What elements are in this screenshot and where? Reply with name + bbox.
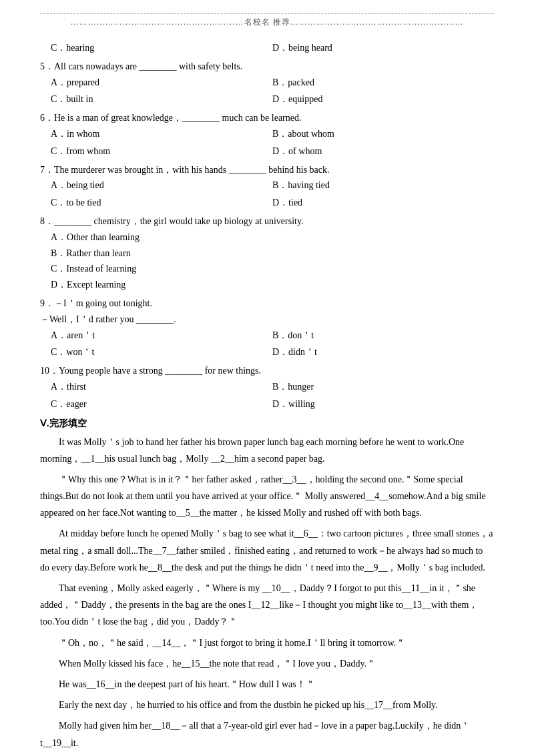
- question-10: 10．Young people have a strong ________ f…: [40, 363, 494, 412]
- paragraph-9: Molly had given him her__18__－all that a…: [40, 717, 494, 751]
- paragraph-3: At midday before lunch he opened Molly＇s…: [40, 525, 494, 576]
- question-9: 9．－I＇m going out tonight. －Well，I＇d rath…: [40, 296, 494, 360]
- q7-option-b: B．having tied: [272, 177, 494, 194]
- paragraph-4: That evening，Molly asked eagerly，＂Where …: [40, 580, 494, 631]
- q8-option-d: D．Except learning: [51, 277, 505, 293]
- question-5: 5．All cars nowadays are ________ with sa…: [40, 59, 494, 107]
- q9-option-d: D．didn＇t: [272, 344, 494, 360]
- q7-option-c: C．to be tied: [51, 195, 272, 211]
- q5-option-c: C．built in: [51, 91, 272, 107]
- q7-option-d: D．tied: [272, 195, 494, 211]
- q6-option-d: D．of whom: [272, 143, 494, 159]
- q5-option-a: A．prepared: [51, 75, 272, 91]
- question-8: 8．________ chemistry，the girl would take…: [40, 214, 494, 293]
- q6-option-b: B．about whom: [272, 126, 494, 142]
- header-line: ……………………………………………………名校名 推荐………………………………………: [40, 13, 494, 28]
- option-d: D．being heard: [272, 40, 494, 56]
- q6-option-c: C．from whom: [51, 143, 272, 159]
- question-cd: C．hearing D．being heard: [40, 40, 494, 56]
- q9-option-c: C．won＇t: [51, 344, 272, 360]
- paragraph-2: ＂Why this one？What is in it？＂her father …: [40, 471, 494, 522]
- q7-option-a: A．being tied: [51, 177, 272, 194]
- q9-option-b: B．don＇t: [272, 328, 494, 344]
- question-6: 6．He is a man of great knowledge，_______…: [40, 110, 494, 159]
- paragraph-6: When Molly kissed his face，he__15__the n…: [40, 655, 494, 672]
- q10-option-b: B．hunger: [272, 379, 494, 395]
- option-c: C．hearing: [51, 40, 272, 56]
- q8-option-b: B．Rather than learn: [51, 246, 505, 262]
- question-7: 7．The murderer was brought in，with his h…: [40, 162, 494, 211]
- section-v-title: Ⅴ.完形填空: [40, 418, 494, 430]
- paragraph-8: Early the next day，he hurried to his off…: [40, 697, 494, 713]
- paragraph-1: It was Molly＇s job to hand her father hi…: [40, 434, 494, 467]
- q9-option-a: A．aren＇t: [51, 328, 272, 344]
- q8-option-a: A．Other than learning: [51, 230, 505, 246]
- q10-option-d: D．willing: [272, 396, 494, 412]
- paragraph-7: He was__16__in the deepest part of his h…: [40, 676, 494, 693]
- q8-option-c: C．Instead of learning: [51, 261, 505, 277]
- q10-option-c: C．eager: [51, 396, 272, 412]
- paragraph-5: ＂Oh，no，＂he said，__14__，＂I just forgot to…: [40, 635, 494, 651]
- q10-option-a: A．thirst: [51, 379, 272, 395]
- q5-option-b: B．packed: [272, 75, 494, 91]
- q6-option-a: A．in whom: [51, 126, 272, 142]
- q5-option-d: D．equipped: [272, 91, 494, 107]
